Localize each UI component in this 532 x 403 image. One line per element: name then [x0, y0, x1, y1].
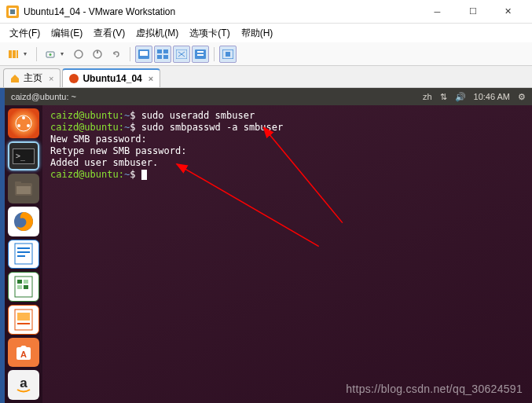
ubuntu-desktop: >_ A a	[5, 105, 532, 403]
titlebar: Ubuntu14_04 - VMware Workstation ─ ☐ ✕	[0, 0, 532, 24]
tab-close-icon[interactable]: ×	[149, 74, 153, 83]
tab-vm[interactable]: Ubuntu14_04 ×	[62, 68, 160, 87]
svg-rect-42	[17, 323, 30, 324]
svg-rect-14	[163, 49, 168, 53]
network-icon[interactable]: ⇅	[440, 92, 447, 102]
power-button[interactable]	[42, 46, 59, 63]
svg-point-24	[22, 116, 25, 119]
files-icon[interactable]	[8, 174, 39, 203]
svg-rect-37	[24, 280, 28, 284]
power-dropdown[interactable]: ▾	[61, 50, 68, 57]
stretch-button[interactable]	[173, 46, 190, 63]
svg-rect-12	[140, 51, 148, 56]
amazon-icon[interactable]: a	[8, 370, 39, 400]
svg-rect-33	[17, 251, 30, 253]
ubuntu-icon	[69, 74, 79, 83]
tabs-row: 主页 × Ubuntu14_04 ×	[0, 66, 532, 88]
gnome-window-title: caizd@ubuntu: ~	[11, 92, 76, 101]
command-text: sudo smbpasswd -a smbuser	[141, 122, 284, 133]
toolbar-separator	[130, 47, 130, 61]
window-title: Ubuntu14_04 - VMware Workstation	[24, 6, 420, 17]
svg-rect-29	[17, 186, 31, 194]
svg-rect-20	[197, 54, 204, 56]
svg-rect-2	[10, 9, 15, 14]
svg-rect-31	[15, 244, 32, 264]
terminal-line: New SMB password:	[50, 134, 524, 145]
firefox-icon[interactable]	[8, 207, 39, 236]
sound-icon[interactable]: 🔊	[455, 92, 466, 102]
toolbar: ▾ ▾	[0, 42, 532, 66]
svg-rect-15	[157, 55, 162, 59]
svg-rect-39	[24, 285, 28, 289]
dash-icon[interactable]	[8, 108, 39, 138]
ubuntu-top-panel: caizd@ubuntu: ~ zh ⇅ 🔊 10:46 AM ⚙	[5, 88, 532, 105]
vmware-icon	[6, 5, 19, 18]
svg-rect-36	[17, 280, 22, 284]
unity-launcher: >_ A a	[5, 105, 42, 403]
menu-file[interactable]: 文件(F)	[5, 24, 45, 42]
svg-rect-5	[17, 50, 18, 58]
clock[interactable]: 10:46 AM	[474, 92, 510, 101]
ubuntu-software-icon[interactable]: A	[8, 338, 39, 368]
maximize-button[interactable]: ☐	[455, 1, 490, 23]
suspend-button[interactable]	[70, 46, 87, 63]
library-dropdown[interactable]: ▾	[24, 50, 31, 57]
library-button[interactable]	[5, 46, 22, 63]
svg-rect-32	[17, 247, 30, 249]
menu-vm[interactable]: 虚拟机(M)	[131, 24, 183, 42]
unity-button[interactable]	[192, 46, 209, 63]
svg-rect-4	[13, 50, 16, 58]
home-icon	[10, 74, 20, 83]
menu-edit[interactable]: 编辑(E)	[46, 24, 87, 42]
terminal-output[interactable]: caizd@ubuntu:~$ sudo useradd smbuser cai…	[42, 105, 532, 403]
svg-rect-38	[17, 285, 22, 289]
svg-rect-13	[157, 49, 162, 53]
svg-rect-22	[226, 52, 230, 57]
svg-rect-41	[17, 313, 30, 321]
menu-tabs[interactable]: 选项卡(T)	[185, 24, 234, 42]
tab-home[interactable]: 主页 ×	[3, 68, 61, 87]
input-method-indicator[interactable]: zh	[423, 92, 432, 101]
svg-point-26	[17, 124, 20, 127]
close-button[interactable]: ✕	[490, 1, 526, 23]
watermark: https://blog.csdn.net/qq_30624591	[346, 383, 523, 395]
svg-text:A: A	[20, 350, 27, 359]
window-controls: ─ ☐ ✕	[420, 1, 526, 23]
svg-point-25	[27, 124, 30, 127]
svg-rect-10	[97, 50, 98, 53]
console-view-button[interactable]	[135, 46, 152, 63]
minimize-button[interactable]: ─	[420, 1, 455, 23]
svg-point-7	[50, 53, 52, 56]
terminal-line: Retype new SMB password:	[50, 145, 524, 157]
terminal-line: Added user smbuser.	[50, 157, 524, 169]
revert-button[interactable]	[108, 46, 125, 63]
svg-rect-28	[15, 181, 21, 185]
toolbar-separator	[214, 47, 215, 61]
thumbnail-button[interactable]	[154, 46, 171, 63]
tab-close-icon[interactable]: ×	[49, 74, 53, 83]
session-icon[interactable]: ⚙	[518, 92, 526, 102]
svg-point-8	[75, 50, 83, 58]
libreoffice-writer-icon[interactable]	[8, 240, 39, 269]
fullscreen-button[interactable]	[219, 46, 237, 63]
svg-rect-19	[197, 51, 204, 53]
vm-display: caizd@ubuntu: ~ zh ⇅ 🔊 10:46 AM ⚙ >_	[0, 88, 532, 403]
tab-home-label: 主页	[24, 71, 42, 85]
menu-help[interactable]: 帮助(H)	[237, 24, 278, 42]
command-text: sudo useradd smbuser	[141, 110, 255, 121]
terminal-icon[interactable]: >_	[8, 141, 39, 171]
libreoffice-calc-icon[interactable]	[8, 272, 39, 302]
svg-rect-3	[9, 50, 12, 58]
tab-vm-label: Ubuntu14_04	[83, 73, 141, 84]
guest-screen[interactable]: caizd@ubuntu: ~ zh ⇅ 🔊 10:46 AM ⚙ >_	[5, 88, 532, 403]
prompt-user: caizd@ubuntu	[50, 110, 119, 121]
libreoffice-impress-icon[interactable]	[8, 305, 39, 335]
toolbar-separator	[36, 47, 37, 61]
svg-rect-34	[17, 255, 25, 257]
svg-text:a: a	[20, 376, 28, 390]
menubar: 文件(F) 编辑(E) 查看(V) 虚拟机(M) 选项卡(T) 帮助(H)	[0, 24, 532, 42]
svg-rect-16	[163, 55, 168, 59]
menu-view[interactable]: 查看(V)	[89, 24, 130, 42]
terminal-cursor	[141, 170, 147, 180]
snapshot-button[interactable]	[89, 46, 106, 63]
